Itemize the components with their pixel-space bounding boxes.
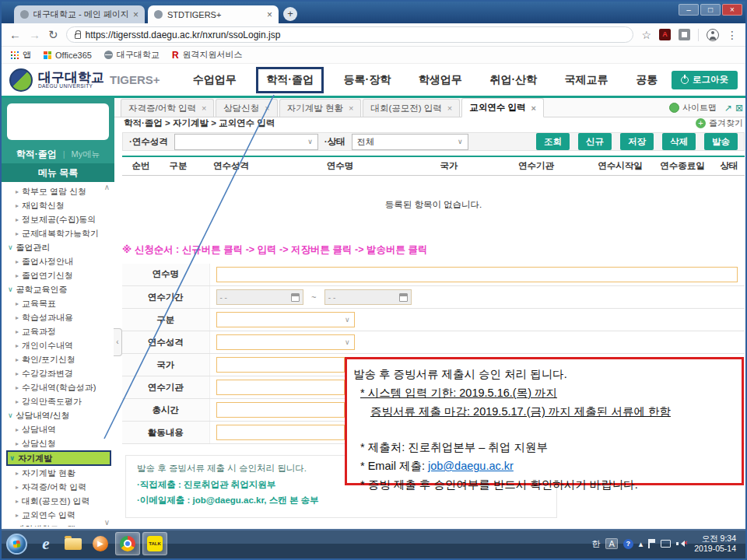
close-button[interactable]: × <box>722 4 742 16</box>
tab-close-icon[interactable]: × <box>133 9 139 20</box>
country-input[interactable] <box>216 357 345 373</box>
sidebar-item-selfdev-status[interactable]: ▸자기계발 현황 <box>6 466 111 480</box>
sidebar-item-cert-language[interactable]: ▸자격증/어학 입력 <box>6 480 111 494</box>
sidebar-item-info-consent[interactable]: ▸정보제공(수집)동의 <box>6 212 111 226</box>
col-seq[interactable]: 순번 <box>122 156 160 175</box>
action-center-flag-icon[interactable] <box>648 539 655 548</box>
calendar-icon[interactable] <box>399 293 408 302</box>
scroll-down-icon[interactable]: ∨ <box>104 518 110 527</box>
sidebar-item-counsel-apply[interactable]: ▸상담신청 <box>6 436 111 450</box>
col-country[interactable]: 국가 <box>415 156 483 175</box>
sidebar-tab-records[interactable]: 학적·졸업 <box>16 148 57 161</box>
new-button[interactable]: 신규 <box>578 133 612 150</box>
nav-student-affairs[interactable]: 학생업무 <box>411 69 470 91</box>
back-icon[interactable]: ← <box>9 28 21 41</box>
show-hidden-icons[interactable]: ▴ <box>639 539 644 549</box>
col-institution[interactable]: 연수기관 <box>483 156 589 175</box>
sidebar-item-lecture-satisfaction[interactable]: ▸강의만족도평가 <box>6 394 111 408</box>
nature-select[interactable]: ∨ <box>216 334 355 350</box>
nav-records-graduation[interactable]: 학적·졸업 <box>256 67 324 93</box>
sitemap-link[interactable]: 사이트맵 <box>669 102 717 114</box>
sidebar-item-curriculum[interactable]: ▸교육과정 <box>6 324 111 338</box>
category-select[interactable]: ∨ <box>216 312 355 327</box>
new-tab-button[interactable]: + <box>283 7 297 21</box>
taskbar-ie[interactable]: e <box>33 532 58 555</box>
popout-window-icon[interactable]: ↗ <box>724 103 732 114</box>
calendar-icon[interactable] <box>291 293 300 302</box>
ime-english-indicator[interactable]: A <box>605 538 617 549</box>
sidebar-group-self-development[interactable]: ∨자기계발 <box>6 450 111 466</box>
worktab-external-training[interactable]: 교외연수 입력× <box>461 98 544 117</box>
nav-international[interactable]: 국제교류 <box>557 69 616 91</box>
scroll-up-icon[interactable]: ∧ <box>104 183 110 191</box>
col-start-date[interactable]: 연수시작일 <box>589 156 651 175</box>
pdf-extension-icon[interactable]: A <box>659 29 671 40</box>
col-end-date[interactable]: 연수종료일 <box>651 156 714 175</box>
send-button[interactable]: 발송 <box>704 133 738 150</box>
close-all-windows-icon[interactable]: ⊠ <box>735 103 743 114</box>
taskbar-chrome[interactable] <box>115 532 140 555</box>
tab-close-icon[interactable]: × <box>202 103 206 113</box>
nav-common[interactable]: 공통 <box>628 69 665 91</box>
tab-close-icon[interactable]: × <box>265 103 269 113</box>
sidebar-item-external-training[interactable]: ▸교외연수 입력 <box>6 508 111 522</box>
sidebar-item-course-change[interactable]: ▸수강강좌변경 <box>6 366 111 380</box>
reload-icon[interactable]: ↻ <box>48 28 58 42</box>
nav-career-industry[interactable]: 취업·산학 <box>482 69 545 91</box>
search-button[interactable]: 조회 <box>536 133 570 150</box>
sidebar-item-learning-outcome[interactable]: ▸학습성과내용 <box>6 310 111 324</box>
tab-close-icon[interactable]: × <box>267 9 272 20</box>
sidebar-group-roadmap[interactable]: ∨대학생활로드맵 <box>6 522 111 527</box>
browser-tab-daegu-main[interactable]: 대구대학교 - 메인 페이지 × <box>14 5 145 23</box>
training-nature-select[interactable]: ∨ <box>174 134 318 150</box>
worktab-counsel-apply[interactable]: 상담신청× <box>216 99 277 117</box>
address-bar[interactable]: https://tigersstd.daegu.ac.kr/nxrun/ssoL… <box>66 26 634 43</box>
sidebar-item-course-history[interactable]: ▸수강내역(학습성과) <box>6 380 111 394</box>
ime-korean-indicator[interactable]: 한 <box>591 538 600 550</box>
nav-classwork[interactable]: 수업업무 <box>185 69 244 91</box>
sidebar-item-personal-record[interactable]: ▸개인이수내역 <box>6 338 111 352</box>
tab-close-icon[interactable]: × <box>349 103 353 113</box>
col-nature[interactable]: 연수성격 <box>197 156 265 175</box>
taskbar-explorer[interactable] <box>61 532 86 555</box>
university-logo[interactable]: 대구대학교 DAEGU UNIVERSITY TIGERS+ <box>9 68 179 92</box>
browser-tab-stdtigers[interactable]: STDTIGERS+ × <box>148 5 279 23</box>
nav-registration-scholarship[interactable]: 등록·장학 <box>336 69 399 91</box>
tab-close-icon[interactable]: × <box>531 103 535 113</box>
sidebar-group-counseling[interactable]: ∨상담내역/신청 <box>6 408 111 422</box>
worktab-cert-language[interactable]: 자격증/어학 입력× <box>121 99 214 117</box>
col-training-name[interactable]: 연수명 <box>265 156 415 175</box>
total-hours-input[interactable] <box>216 402 345 418</box>
sidebar-collapse-handle[interactable]: ‹ <box>114 328 122 356</box>
sidebar-item-contest-entry[interactable]: ▸대회(공모전) 입력 <box>6 494 111 508</box>
sidebar-item-edu-goal[interactable]: ▸교육목표 <box>6 296 111 310</box>
browser-menu-icon[interactable]: ⋮ <box>727 29 738 41</box>
bookmark-remote-support[interactable]: R 원격지원서비스 <box>172 49 243 61</box>
tab-close-icon[interactable]: × <box>447 103 452 113</box>
maximize-button[interactable]: □ <box>700 4 721 16</box>
sidebar-item-parent-view[interactable]: ▸학부모 열람 신청 <box>6 184 111 198</box>
add-favorite-link[interactable]: +즐겨찾기 <box>696 117 743 129</box>
sidebar-group-abeek[interactable]: ∨공학교육인증 <box>6 282 111 296</box>
email-link[interactable]: job@daegu.ac.kr <box>428 460 514 472</box>
url-text[interactable]: https://tigersstd.daegu.ac.kr/nxrun/ssoL… <box>86 30 281 40</box>
sidebar-item-counsel-history[interactable]: ▸상담내역 <box>6 422 111 436</box>
sidebar-item-readmission[interactable]: ▸재입학신청 <box>6 198 111 212</box>
taskbar-clock[interactable]: 오전 9:34 2019-05-14 <box>694 534 736 554</box>
taskbar-media-player[interactable]: ▶ <box>88 532 113 555</box>
sidebar-item-graduation-delay[interactable]: ▸졸업연기신청 <box>6 268 111 282</box>
col-status[interactable]: 상태 <box>714 156 745 175</box>
sidebar-group-graduation[interactable]: ∨졸업관리 <box>6 240 111 254</box>
volume-muted-icon[interactable]: × <box>676 540 686 548</box>
profile-icon[interactable] <box>707 29 719 41</box>
extension-icon[interactable] <box>679 29 690 40</box>
sidebar-item-graduation-guide[interactable]: ▸졸업사정안내 <box>6 254 111 268</box>
minimize-button[interactable]: – <box>679 4 699 16</box>
worktab-contest-entry[interactable]: 대회(공모전) 입력× <box>363 99 460 117</box>
bookmark-star-icon[interactable]: ☆ <box>641 29 651 41</box>
forward-icon[interactable]: → <box>29 28 40 41</box>
training-name-input[interactable] <box>216 267 738 282</box>
sidebar-tab-mymenu[interactable]: My메뉴 <box>72 149 100 160</box>
sidebar-item-confirm-waiver[interactable]: ▸확인/포기신청 <box>6 352 111 366</box>
help-tray-icon[interactable]: ? <box>623 539 633 549</box>
